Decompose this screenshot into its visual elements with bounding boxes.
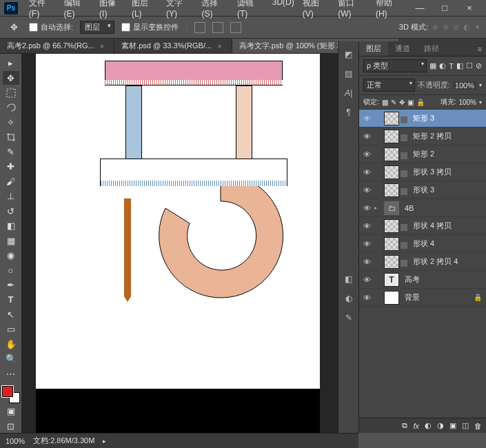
align-icon[interactable] (194, 22, 205, 33)
lock-paint-icon[interactable]: ✎ (391, 99, 396, 106)
visibility-icon[interactable]: 👁 (362, 186, 372, 194)
orbit-icon[interactable]: ⊕ (432, 23, 438, 32)
mask-icon[interactable]: ◐ (425, 421, 432, 430)
eraser-tool[interactable]: ◧ (3, 219, 19, 232)
type-tool[interactable]: T (3, 293, 19, 306)
move-tool[interactable]: ✥ (3, 71, 19, 84)
visibility-icon[interactable]: 👁 (362, 204, 372, 212)
menu-item[interactable]: 3D(D) (268, 0, 298, 20)
auto-select-target[interactable]: 图层 (80, 21, 114, 34)
filter-icon[interactable]: ◧ (456, 61, 463, 70)
history-panel-icon[interactable]: ◩ (343, 48, 355, 61)
tab-layers[interactable]: 图层 (359, 41, 388, 56)
tab-close-icon[interactable]: × (217, 42, 221, 50)
layer-row[interactable]: 👁形状 3 (359, 181, 486, 199)
menu-item[interactable]: 编辑(E) (60, 0, 95, 20)
layer-name[interactable]: 形状 4 (413, 238, 483, 249)
canvas-area[interactable] (22, 54, 338, 433)
link-layers-icon[interactable]: ⧉ (402, 421, 407, 430)
menu-item[interactable]: 图像(I) (95, 0, 128, 20)
layer-name[interactable]: 矩形 2 (413, 149, 483, 159)
layer-row[interactable]: 👁矩形 2 拷贝 (359, 128, 486, 145)
char-panel-icon[interactable]: A| (343, 87, 355, 99)
menu-item[interactable]: 帮助(H) (372, 0, 407, 20)
visibility-icon[interactable]: 👁 (362, 132, 372, 141)
history-brush-tool[interactable]: ↺ (3, 205, 19, 218)
visibility-icon[interactable]: 👁 (362, 114, 372, 123)
visibility-icon[interactable]: 👁 (362, 240, 372, 248)
menu-item[interactable]: 文件(F) (25, 0, 60, 20)
adjustment-icon[interactable]: ◑ (437, 421, 444, 430)
menu-item[interactable]: 图层(L) (128, 0, 162, 20)
layer-name[interactable]: 4B (405, 204, 483, 212)
orbit-icon[interactable]: ◐ (463, 23, 470, 32)
zoom-level[interactable]: 100% (6, 437, 25, 445)
fx-icon[interactable]: fx (413, 422, 419, 430)
align-icon[interactable] (212, 22, 223, 33)
doc-size[interactable]: 文档:2.86M/3.30M (33, 436, 94, 446)
shape-tool[interactable]: ▭ (3, 323, 19, 336)
filter-icon[interactable]: ◐ (439, 61, 446, 70)
visibility-icon[interactable]: 👁 (362, 150, 372, 159)
layer-name[interactable]: 高考 (405, 274, 483, 285)
visibility-icon[interactable]: 👁 (362, 276, 372, 284)
blend-mode-select[interactable]: 正常 (363, 79, 415, 92)
edit-toolbar[interactable]: ⋯ (3, 367, 19, 380)
lasso-tool[interactable] (3, 101, 19, 114)
layer-name[interactable]: 形状 2 拷贝 4 (413, 256, 483, 267)
group-icon[interactable]: ▣ (449, 421, 456, 430)
color-panel-icon[interactable]: ▤ (343, 68, 355, 80)
filter-toggle[interactable]: ⊘ (476, 61, 482, 70)
panel-icon[interactable]: ✎ (343, 312, 355, 324)
pen-tool[interactable]: ✒ (3, 278, 19, 292)
auto-select-check[interactable]: 自动选择: (29, 22, 73, 32)
align-icon[interactable] (230, 22, 241, 33)
layer-name[interactable]: 形状 3 (413, 185, 483, 195)
dodge-tool[interactable]: ○ (3, 263, 19, 276)
stamp-tool[interactable]: ⊥ (3, 190, 19, 203)
layer-row[interactable]: 👁矩形 3 (359, 110, 486, 128)
wand-tool[interactable]: ✧ (3, 116, 19, 129)
show-transform-check[interactable]: 显示变换控件 (121, 22, 179, 32)
zoom-tool[interactable]: 🔍 (3, 352, 19, 365)
tab-paths[interactable]: 路径 (417, 41, 446, 56)
eyedropper-tool[interactable]: ✎ (3, 145, 19, 159)
menu-item[interactable]: 滤镜(T) (233, 0, 268, 20)
color-swatches[interactable] (2, 386, 20, 403)
folder-arrow-icon[interactable]: ▸ (374, 205, 381, 211)
menu-item[interactable]: 视图(V) (298, 0, 334, 20)
quickmask-tool[interactable]: ▣ (3, 405, 19, 418)
visibility-icon[interactable]: 👁 (362, 168, 372, 176)
panel-icon[interactable]: ◐ (343, 292, 355, 305)
screenmode-tool[interactable]: ⊡ (3, 420, 19, 433)
hand-tool[interactable]: ✋ (3, 338, 19, 351)
close-button[interactable]: × (460, 3, 479, 13)
menu-item[interactable]: 文字(Y) (162, 0, 197, 20)
layer-name[interactable]: 形状 3 拷贝 (413, 167, 483, 177)
visibility-icon[interactable]: 👁 (362, 222, 372, 230)
layer-row[interactable]: 👁矩形 2 (359, 145, 486, 163)
filter-icon[interactable]: ☐ (466, 61, 473, 70)
foreground-color[interactable] (2, 386, 13, 397)
visibility-icon[interactable]: 👁 (362, 294, 372, 302)
opacity-value[interactable]: 100% (453, 81, 476, 90)
filter-icon[interactable]: T (449, 62, 454, 70)
trash-icon[interactable]: 🗑 (474, 422, 482, 430)
fill-value[interactable]: 100% (458, 99, 476, 106)
menu-item[interactable]: 窗口(W) (334, 0, 372, 20)
new-layer-icon[interactable]: ◫ (462, 421, 469, 430)
menu-item[interactable]: 选择(S) (197, 0, 232, 20)
orbit-icon[interactable]: ⊗ (443, 23, 449, 32)
layer-row[interactable]: 👁T高考 (359, 271, 486, 289)
visibility-icon[interactable]: 👁 (362, 258, 372, 266)
para-panel-icon[interactable]: ¶ (343, 106, 355, 119)
orbit-icon[interactable]: ✦ (474, 23, 480, 32)
layers-list[interactable]: 👁矩形 3👁矩形 2 拷贝👁矩形 2👁形状 3 拷贝👁形状 3👁▸🗀4B👁形状 … (359, 110, 486, 418)
layer-name[interactable]: 背景 (405, 292, 471, 303)
panel-menu-icon[interactable]: ≡ (478, 45, 486, 53)
tab-close-icon[interactable]: × (100, 42, 104, 50)
layer-row[interactable]: 👁▸🗀4B (359, 199, 486, 217)
document-tab[interactable]: 素材.psd @ 33.3%(RGB/...× (114, 39, 232, 53)
brush-tool[interactable]: 🖌 (3, 175, 19, 188)
lock-artboard-icon[interactable]: ▣ (407, 99, 414, 106)
